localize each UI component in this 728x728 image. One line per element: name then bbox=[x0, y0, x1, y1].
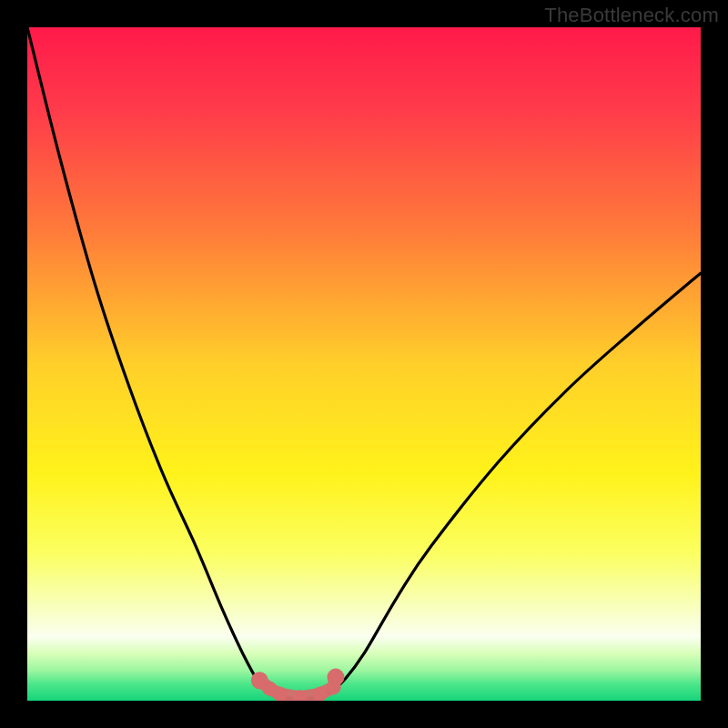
marker-dot bbox=[327, 669, 344, 686]
chart-frame: TheBottleneck.com bbox=[0, 0, 728, 728]
plot-area bbox=[27, 27, 701, 701]
gradient-background bbox=[27, 27, 701, 701]
marker-dot bbox=[313, 687, 328, 701]
watermark-text: TheBottleneck.com bbox=[544, 4, 719, 27]
marker-dot bbox=[273, 687, 288, 701]
chart-svg bbox=[27, 27, 701, 701]
